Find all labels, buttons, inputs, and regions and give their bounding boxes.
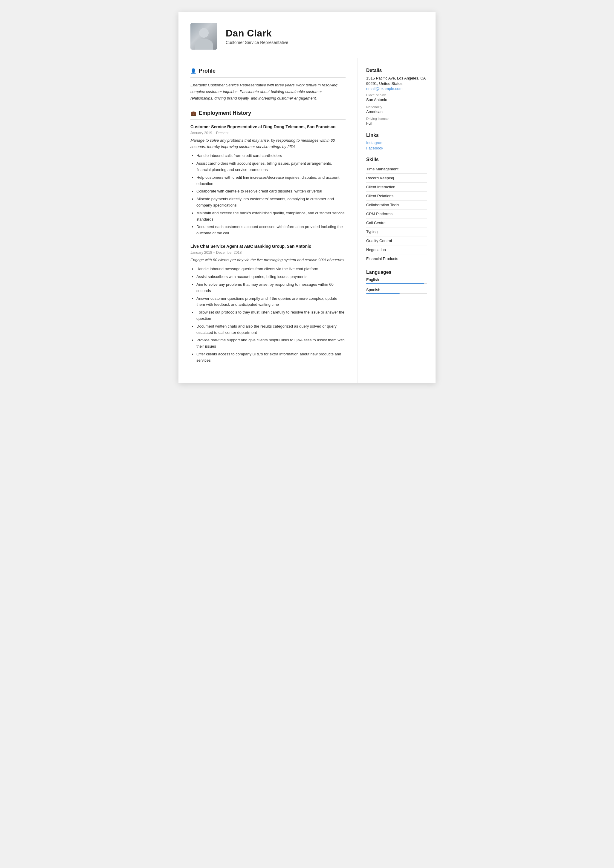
- language-spanish-name: Spanish: [366, 288, 427, 292]
- list-item: Assist subscribers with account queries,…: [196, 274, 346, 280]
- job-1-bullets: Handle inbound calls from credit card ca…: [191, 153, 346, 236]
- list-item: Handle inbound message queries from clie…: [196, 266, 346, 272]
- list-item: Answer customer questions promptly and i…: [196, 296, 346, 308]
- job-2-summary: Engage with 80 clients per day via the l…: [191, 257, 346, 264]
- list-item: Document each customer's account accesse…: [196, 224, 346, 236]
- link-instagram[interactable]: Instagram: [366, 141, 427, 145]
- language-english-bar-bg: [366, 283, 427, 284]
- list-item: Handle inbound calls from credit card ca…: [196, 153, 346, 159]
- details-title: Details: [366, 68, 427, 73]
- right-column: Details 1515 Pacific Ave, Los Angeles, C…: [358, 58, 436, 383]
- main-content: 👤 Profile Energetic Customer Service Rep…: [178, 58, 436, 383]
- language-english-bar-fill: [366, 283, 424, 284]
- job-2-dates: January 2018 – December 2018: [191, 251, 346, 255]
- employment-divider: [191, 119, 346, 120]
- nationality-value: American: [366, 109, 427, 115]
- job-1: Customer Service Representative at Ding …: [191, 124, 346, 236]
- driving-license-label: Driving license: [366, 117, 427, 121]
- job-1-dates: January 2019 – Present: [191, 131, 346, 135]
- list-item: Allocate payments directly into customer…: [196, 196, 346, 209]
- links-title: Links: [366, 133, 427, 138]
- languages-title: Languages: [366, 270, 427, 275]
- skill-item: CRM Platforms: [366, 209, 427, 219]
- job-2: Live Chat Service Agent at ABC Banking G…: [191, 243, 346, 364]
- job-1-summary: Manage to solve any problems that may ar…: [191, 138, 346, 150]
- skill-item: Time Management: [366, 165, 427, 174]
- header-info: Dan Clark Customer Service Representativ…: [226, 28, 423, 45]
- skill-item: Financial Products: [366, 254, 427, 263]
- list-item: Maintain and exceed the bank's establish…: [196, 210, 346, 223]
- profile-text: Energetic Customer Service Representativ…: [191, 82, 346, 102]
- skill-item: Typing: [366, 228, 427, 236]
- skills-section: Skills Time Management Record Keeping Cl…: [366, 157, 427, 263]
- skill-item: Client Relations: [366, 192, 427, 201]
- list-item: Document written chats and also the resu…: [196, 323, 346, 336]
- details-section: Details 1515 Pacific Ave, Los Angeles, C…: [366, 68, 427, 126]
- languages-section: Languages English Spanish: [366, 270, 427, 294]
- details-email[interactable]: email@example.com: [366, 86, 427, 91]
- list-item: Collaborate with clientele to resolve cr…: [196, 188, 346, 195]
- nationality-label: Nationality: [366, 105, 427, 109]
- list-item: Follow set out protocols to they must li…: [196, 309, 346, 322]
- profile-section: 👤 Profile Energetic Customer Service Rep…: [191, 68, 346, 102]
- list-item: Help customers with credit line increase…: [196, 175, 346, 187]
- employment-icon: 💼: [191, 110, 196, 116]
- skill-item: Client Interaction: [366, 183, 427, 192]
- candidate-title: Customer Service Representative: [226, 40, 423, 45]
- job-1-title: Customer Service Representative at Ding …: [191, 124, 346, 130]
- driving-license-value: Full: [366, 121, 427, 126]
- avatar: [191, 23, 217, 50]
- list-item: Aim to solve any problems that may arise…: [196, 282, 346, 294]
- language-english: English: [366, 277, 427, 284]
- job-2-title: Live Chat Service Agent at ABC Banking G…: [191, 243, 346, 250]
- language-spanish-bar-bg: [366, 293, 427, 294]
- list-item: Provide real-time support and give clien…: [196, 337, 346, 350]
- language-spanish-bar-fill: [366, 293, 400, 294]
- candidate-name: Dan Clark: [226, 28, 423, 39]
- header: Dan Clark Customer Service Representativ…: [178, 12, 436, 58]
- skills-title: Skills: [366, 157, 427, 162]
- place-of-birth-label: Place of birth: [366, 93, 427, 97]
- link-facebook[interactable]: Facebook: [366, 146, 427, 150]
- skill-item: Collaboration Tools: [366, 201, 427, 209]
- links-section: Links Instagram Facebook: [366, 133, 427, 150]
- profile-section-title: 👤 Profile: [191, 68, 346, 74]
- profile-icon: 👤: [191, 68, 196, 74]
- left-column: 👤 Profile Energetic Customer Service Rep…: [178, 58, 358, 383]
- skill-item: Negotiation: [366, 245, 427, 254]
- list-item: Assist cardholders with account queries,…: [196, 161, 346, 173]
- job-2-bullets: Handle inbound message queries from clie…: [191, 266, 346, 363]
- employment-section-title: 💼 Employment History: [191, 110, 346, 116]
- employment-section: 💼 Employment History Customer Service Re…: [191, 110, 346, 363]
- language-spanish: Spanish: [366, 288, 427, 294]
- skill-item: Record Keeping: [366, 174, 427, 183]
- skill-item: Call Centre: [366, 219, 427, 228]
- place-of-birth-value: San Antonio: [366, 97, 427, 102]
- resume-container: Dan Clark Customer Service Representativ…: [178, 12, 436, 383]
- skill-item: Quality Control: [366, 236, 427, 245]
- list-item: Offer clients access to company URL's fo…: [196, 351, 346, 364]
- details-address: 1515 Pacific Ave, Los Angeles, CA 90291,…: [366, 76, 427, 86]
- profile-divider: [191, 77, 346, 78]
- language-english-name: English: [366, 277, 427, 282]
